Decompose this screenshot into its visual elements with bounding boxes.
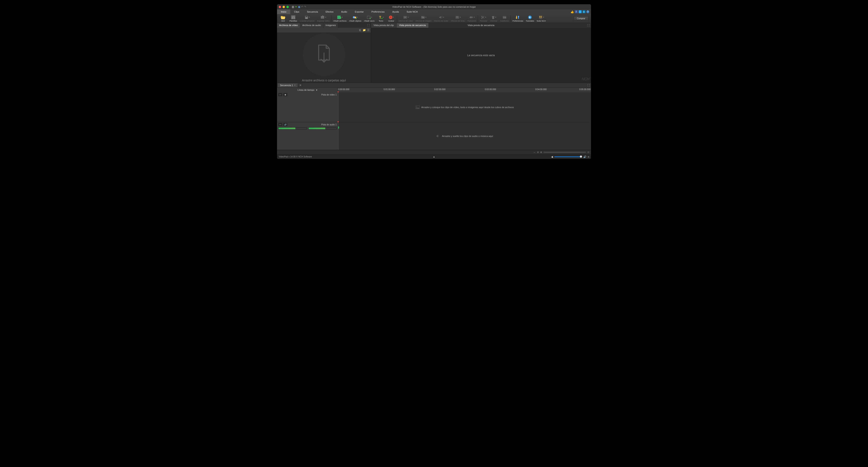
menu-efectos[interactable]: Efectos: [322, 9, 337, 14]
menu-clips[interactable]: Clips: [290, 9, 303, 14]
menu-preferencias[interactable]: Preferencias: [368, 9, 389, 14]
expand-up-icon[interactable]: ▲: [433, 156, 435, 158]
preview-tab-clip[interactable]: Vista previa del clip: [371, 23, 397, 28]
mute-icon[interactable]: ◀: [551, 155, 553, 158]
trim-button[interactable]: ▾ Recortar: [478, 15, 489, 23]
facebook-icon[interactable]: f: [575, 10, 578, 13]
video-track-body[interactable]: Arrastre y coloque los clips de vídeo, t…: [338, 92, 591, 122]
zoom-in-icon[interactable]: ⊕: [540, 151, 542, 154]
zoom-reset-icon[interactable]: ⊙: [587, 151, 589, 154]
volume-icon[interactable]: 🔊: [583, 155, 587, 158]
collapse-track-button[interactable]: —: [278, 93, 282, 96]
playhead[interactable]: [338, 122, 338, 150]
menu-audio[interactable]: Audio: [337, 9, 351, 14]
bin-tab-video[interactable]: Archivos de vídeo: [277, 23, 300, 28]
save-project-button[interactable]: ▾ Guardar proyecto: [299, 15, 316, 23]
quick-icon-1[interactable]: ▥: [292, 5, 294, 8]
zoom-slider[interactable]: [544, 152, 586, 153]
video-effects-button[interactable]: ▾ Efectos de vídeo: [398, 15, 414, 23]
bins-drop-area[interactable]: Arrastre archivos o carpetas aquí: [277, 32, 371, 83]
svg-point-32: [539, 18, 542, 19]
fit-width-icon[interactable]: ↔: [533, 151, 536, 154]
window-title: VideoPad de NCH Software - (Sin licencia…: [392, 5, 476, 8]
timeline-mode-selector[interactable]: Línea de tiempo ▾: [277, 88, 338, 92]
bin-list-view-icon[interactable]: ☰: [367, 29, 370, 32]
redo-icon[interactable]: ↷: [304, 5, 306, 8]
track-mute-button[interactable]: 🔊: [283, 123, 287, 126]
like-icon[interactable]: 👍: [570, 10, 574, 13]
preview-tab-sequence[interactable]: Vista previa de secuencia: [397, 23, 429, 28]
templates-button[interactable]: Plantillas: [288, 15, 299, 23]
svg-rect-3: [293, 17, 295, 19]
track-visibility-button[interactable]: ◉: [283, 93, 287, 96]
svg-rect-19: [421, 16, 425, 19]
mixer-icon[interactable]: ⎋: [588, 155, 589, 158]
audio-effects-button[interactable]: ▾ Efectos de audio: [433, 15, 450, 23]
volume-slider[interactable]: [554, 156, 582, 157]
add-objects-button[interactable]: +▾ Añadir objetos: [348, 15, 363, 23]
add-files-icon: +▾: [337, 15, 343, 20]
add-blank-button[interactable]: +▾ Añadir vacío: [363, 15, 376, 23]
bin-tab-images[interactable]: Imágenes: [323, 23, 338, 28]
bin-delete-icon[interactable]: 🗑: [359, 29, 361, 32]
twitter-icon[interactable]: t: [579, 10, 582, 13]
close-window-button[interactable]: [279, 6, 281, 8]
zoom-out-icon[interactable]: ⊖: [537, 151, 539, 154]
svg-rect-6: [321, 16, 324, 19]
undo-icon[interactable]: ↶: [301, 5, 303, 8]
export-video-button[interactable]: ▾ Exportar video: [316, 15, 331, 23]
svg-rect-4: [306, 16, 307, 17]
delete-button[interactable]: ▾ Eliminar: [489, 15, 499, 23]
subtitles-icon: SUB: [502, 15, 507, 20]
bin-add-folder-icon[interactable]: 📁: [363, 29, 366, 32]
speaker-icon: [436, 134, 440, 138]
menu-ayuda[interactable]: Ayuda: [389, 9, 403, 14]
help-icon[interactable]: ?: [586, 10, 589, 13]
text-effects-button[interactable]: T▾ Efectos de texto: [450, 15, 466, 23]
playhead[interactable]: [338, 92, 338, 122]
chevron-down-icon: ▾: [316, 89, 317, 91]
minimize-window-button[interactable]: [283, 6, 285, 8]
delete-icon: ▾: [492, 15, 496, 20]
quick-icon-save[interactable]: ▣: [298, 5, 300, 8]
record-button[interactable]: ▾ Grabar: [386, 15, 396, 23]
sequence-close-icon[interactable]: ×: [294, 84, 296, 86]
menu-secuencia[interactable]: Secuencia: [303, 9, 322, 14]
sequence-add-button[interactable]: +: [299, 84, 302, 87]
text-button[interactable]: T+▾ Texto: [376, 15, 386, 23]
menu-inicio[interactable]: Inicio: [277, 9, 290, 14]
bin-tab-audio[interactable]: Archivos de audio: [300, 23, 323, 28]
video-track-1: — ◉ Pista de vídeo 1 Arrastre y coloque …: [277, 92, 591, 122]
templates-icon: [291, 15, 296, 20]
linkedin-icon[interactable]: in: [583, 10, 585, 13]
tutorials-button[interactable]: Tutoriales: [525, 15, 535, 23]
ruler-stamp: 0:04:00.000: [535, 88, 547, 91]
maximize-window-button[interactable]: [286, 6, 289, 8]
svg-rect-5: [305, 18, 308, 19]
suite-nch-button[interactable]: ▾ Suite NCH: [535, 15, 547, 23]
preview-expand-icon[interactable]: ⛶: [586, 23, 591, 28]
menu-exportar[interactable]: Exportar: [351, 9, 368, 14]
menu-suite-nch[interactable]: Suite NCH: [403, 9, 422, 14]
video-track-header: — ◉ Pista de vídeo 1: [277, 92, 338, 122]
image-effects-button[interactable]: ▾ Efectos de imagen: [414, 15, 433, 23]
svg-text:+: +: [381, 17, 382, 19]
quick-icon-2[interactable]: ✦: [295, 5, 297, 8]
sequence-expand-icon[interactable]: ⛶: [586, 84, 591, 87]
preferences-button[interactable]: Preferencias: [511, 15, 525, 23]
zoom-bar: ↔ ⊖ ⊕ ⊙: [277, 150, 591, 154]
bins-expand-icon[interactable]: ⛶: [366, 23, 371, 28]
timeline-ruler[interactable]: 0:00:00.000 0:01:00.000 0:02:00.000 0:03…: [338, 88, 591, 92]
open-button[interactable]: Abrir: [278, 15, 288, 23]
audio-track-body[interactable]: Arrastre y suelte los clips de audio o m…: [338, 122, 591, 150]
sequence-tab-1[interactable]: Secuencia 1 ×: [278, 83, 298, 87]
subtitles-button[interactable]: SUB Subtítulos: [499, 15, 510, 23]
volume-knob[interactable]: [580, 156, 582, 158]
add-files-button[interactable]: +▾ Añadir archivos: [332, 15, 348, 23]
transition-button[interactable]: ▾ Transición: [466, 15, 477, 23]
collapse-track-button[interactable]: —: [278, 123, 282, 126]
timeline-header: Línea de tiempo ▾ 0:00:00.000 0:01:00.00…: [277, 88, 591, 92]
ruler-stamp: 0:01:00.000: [383, 88, 395, 91]
buy-button[interactable]: Comprar: [574, 16, 588, 21]
window-controls: [279, 6, 289, 8]
